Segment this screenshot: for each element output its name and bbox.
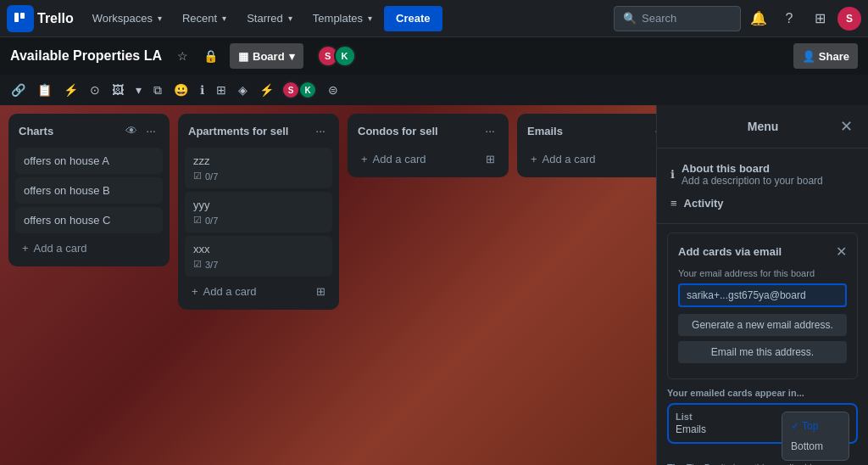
chevron-down-icon[interactable]: ▾ [131, 81, 146, 99]
list-menu-icon[interactable]: ··· [142, 122, 159, 139]
chevron-down-icon: ▾ [288, 14, 292, 23]
activity-item[interactable]: ≡ Activity [657, 192, 868, 215]
eye-icon[interactable]: 👁 [122, 122, 141, 139]
email-input-label: Your email address for this board [678, 268, 847, 278]
lock-icon[interactable]: 🔒 [198, 47, 223, 65]
email-me-button[interactable]: Email me this address. [678, 341, 847, 363]
main-area: Charts 👁 ··· offers on house A offers on… [0, 105, 868, 465]
chevron-down-icon: ▾ [368, 14, 372, 23]
board-toolbar: 🔗 📋 ⚡ ⊙ 🖼 ▾ ⧉ 😀 ℹ ⊞ ◈ ⚡ S K ⊜ [0, 75, 868, 105]
plus-icon: + [192, 285, 198, 298]
filter-icon[interactable]: ⚡ [59, 81, 82, 99]
templates-menu[interactable]: Templates ▾ [304, 6, 381, 31]
email-card: Add cards via email ✕ Your email address… [667, 232, 858, 379]
list-item[interactable]: offers on house B [15, 177, 163, 204]
list-item[interactable]: offers on house A [15, 148, 163, 174]
generate-email-button[interactable]: Generate a new email address. [678, 314, 847, 336]
add-card-button[interactable]: + Add a card ⊞ [351, 148, 505, 171]
email-address-display: sarika+...gst675ya@board [678, 283, 847, 307]
list-title-charts: Charts [19, 125, 53, 137]
plus-icon: + [531, 153, 537, 165]
help-icon[interactable]: ? [776, 6, 802, 31]
close-icon[interactable]: ✕ [836, 244, 847, 260]
list-emails: Emails ··· + Add a card ⊞ [517, 114, 656, 177]
list-title-condos: Condos for sell [358, 125, 438, 137]
recent-menu[interactable]: Recent ▾ [174, 6, 235, 31]
svg-rect-1 [20, 13, 25, 19]
share-icon: 👤 [802, 50, 815, 63]
top-nav: Trello Workspaces ▾ Recent ▾ Starred ▾ T… [0, 0, 868, 37]
board-header: Available Properties LA ☆ 🔒 ▦ Board ▾ S … [0, 37, 868, 75]
share-button[interactable]: 👤 Share [793, 43, 858, 69]
emoji-icon[interactable]: 😀 [170, 81, 192, 99]
board-content: Charts 👁 ··· offers on house A offers on… [0, 105, 656, 465]
toolbar-avatar-2: K [298, 81, 317, 99]
appears-in-section: Your emailed cards appear in... List Ema… [667, 388, 858, 444]
list-header-emails: Emails ··· [517, 114, 656, 144]
nav-right: 🔍 Search 🔔 ? ⊞ S [614, 6, 861, 31]
top-option[interactable]: ✓ Top [782, 416, 849, 436]
search-bar[interactable]: 🔍 Search [614, 6, 741, 31]
list-title-apartments: Apartments for sell [188, 125, 288, 137]
checklist-icon: ☑ [193, 171, 202, 182]
list-menu-icon[interactable]: ··· [312, 122, 329, 139]
avatar[interactable]: S [837, 7, 861, 31]
list-item[interactable]: offers on house C [15, 207, 163, 233]
appears-in-box: List Emails ✓ Top Bottom [667, 403, 858, 444]
create-card-icon: ⊞ [486, 153, 495, 165]
link-icon[interactable]: 🔗 [7, 81, 30, 99]
list-item[interactable]: yyy ☑ 0/7 [185, 192, 332, 232]
trello-logo-icon[interactable] [7, 5, 34, 32]
image-icon[interactable]: 🖼 [108, 81, 128, 99]
toolbar-avatar-1: S [281, 81, 300, 99]
workspaces-menu[interactable]: Workspaces ▾ [84, 6, 170, 31]
github-icon[interactable]: ⊙ [86, 81, 104, 99]
svg-rect-0 [14, 13, 19, 22]
menu-title: Menu [687, 120, 838, 133]
starred-menu[interactable]: Starred ▾ [238, 6, 301, 31]
appears-in-label: Your emailed cards appear in... [667, 388, 858, 398]
board-header-icons: ☆ 🔒 [172, 47, 223, 65]
board-view-button[interactable]: ▦ Board ▾ [230, 43, 303, 69]
create-button[interactable]: Create [384, 6, 442, 31]
trello-icon [13, 11, 28, 26]
close-icon[interactable]: ✕ [838, 115, 854, 137]
grid-icon[interactable]: ⊞ [807, 6, 832, 31]
about-board-item[interactable]: ℹ About this board Add a description to … [657, 157, 868, 192]
list-title-emails: Emails [527, 125, 563, 137]
info-icon: ℹ [670, 168, 675, 181]
trello-label: Trello [37, 11, 74, 26]
list-header-condos: Condos for sell ··· [348, 114, 509, 144]
chevron-down-icon: ▾ [222, 14, 226, 23]
list-condos: Condos for sell ··· + Add a card ⊞ [348, 114, 509, 177]
info-icon[interactable]: ℹ [196, 81, 209, 99]
list-header-icons: 👁 ··· [122, 122, 159, 139]
add-card-button[interactable]: + Add a card [12, 237, 166, 260]
power-up-icon[interactable]: ◈ [234, 81, 252, 99]
copy-icon[interactable]: ⧉ [149, 81, 166, 100]
board-view-icon: ▦ [238, 50, 248, 63]
star-icon[interactable]: ☆ [172, 47, 193, 65]
bottom-option[interactable]: Bottom [782, 436, 849, 457]
list-item[interactable]: xxx ☑ 3/7 [185, 236, 332, 277]
position-dropdown[interactable]: ✓ Top Bottom [782, 412, 849, 461]
filter2-icon[interactable]: ⊜ [324, 81, 342, 99]
checklist-icon: ☑ [193, 259, 202, 270]
attachment-icon[interactable]: 📋 [33, 81, 56, 99]
list-item[interactable]: zzz ☑ 0/7 [185, 148, 332, 188]
list-apartments: Apartments for sell ··· zzz ☑ 0/7 yyy ☑ … [178, 114, 339, 310]
automation-icon[interactable]: ⚡ [255, 81, 278, 99]
list-menu-icon[interactable]: ··· [481, 122, 498, 139]
search-icon: 🔍 [623, 12, 637, 25]
trello-logo: Trello [7, 5, 74, 32]
add-card-button[interactable]: + Add a card ⊞ [520, 148, 656, 171]
add-card-button[interactable]: + Add a card ⊞ [181, 280, 336, 303]
table-icon[interactable]: ⊞ [212, 81, 231, 99]
list-header-apartments: Apartments for sell ··· [178, 114, 339, 144]
bell-icon[interactable]: 🔔 [746, 6, 771, 31]
chevron-down-icon: ▾ [158, 14, 162, 23]
card-meta: ☑ 0/7 [193, 215, 324, 226]
card-meta: ☑ 3/7 [193, 259, 324, 270]
menu-header: Menu ✕ [657, 105, 868, 148]
plus-icon: + [22, 242, 29, 255]
